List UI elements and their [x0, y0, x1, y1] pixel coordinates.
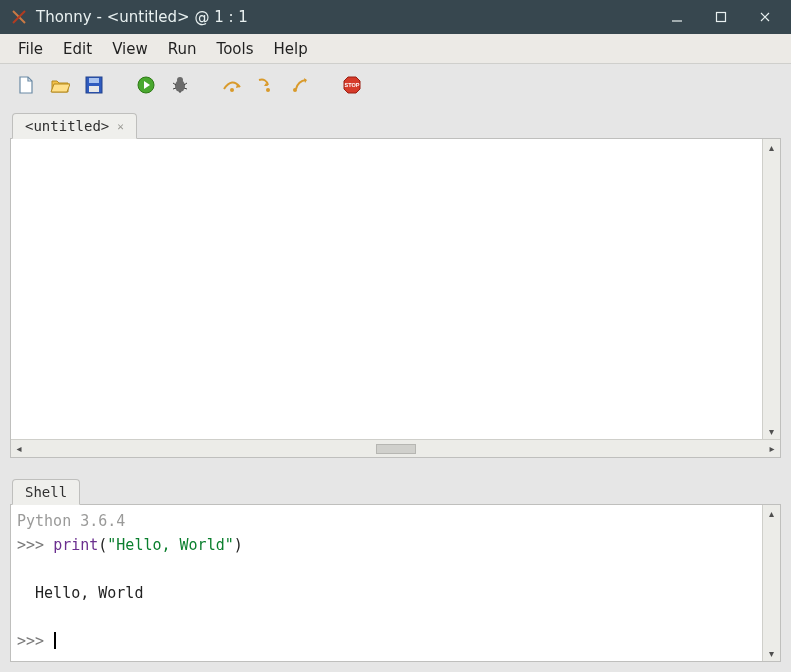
- menu-help[interactable]: Help: [264, 36, 318, 62]
- shell-banner: Python 3.6.4: [17, 512, 125, 530]
- menu-file[interactable]: File: [8, 36, 53, 62]
- close-icon[interactable]: ✕: [117, 121, 124, 132]
- svg-text:STOP: STOP: [345, 82, 360, 88]
- shell-prompt: >>>: [17, 536, 53, 554]
- editor-horizontal-scrollbar[interactable]: ◂ ▸: [11, 439, 780, 457]
- scroll-down-icon[interactable]: ▾: [763, 645, 780, 661]
- editor-tab-label: <untitled>: [25, 118, 109, 134]
- editor-tab-untitled[interactable]: <untitled> ✕: [12, 113, 137, 139]
- editor-tabstrip: <untitled> ✕: [10, 110, 781, 138]
- svg-rect-2: [89, 78, 99, 83]
- shell-input-string: "Hello, World": [107, 536, 233, 554]
- menu-run[interactable]: Run: [158, 36, 207, 62]
- code-editor[interactable]: [11, 139, 762, 439]
- window-titlebar: Thonny - <untitled> @ 1 : 1: [0, 0, 791, 34]
- scroll-left-icon[interactable]: ◂: [11, 440, 27, 457]
- app-icon: [10, 8, 28, 26]
- svg-rect-3: [89, 86, 99, 92]
- menu-edit[interactable]: Edit: [53, 36, 102, 62]
- editor-panel: <untitled> ✕ ▴ ▾ ◂ ▸: [10, 110, 781, 458]
- stop-button[interactable]: STOP: [340, 73, 364, 97]
- menu-bar: File Edit View Run Tools Help: [0, 34, 791, 64]
- debug-button[interactable]: [168, 73, 192, 97]
- window-close-button[interactable]: [743, 0, 787, 34]
- shell-vertical-scrollbar[interactable]: ▴ ▾: [762, 505, 780, 661]
- step-into-button[interactable]: [254, 73, 278, 97]
- svg-point-8: [266, 88, 270, 92]
- window-minimize-button[interactable]: [655, 0, 699, 34]
- shell-stdout: Hello, World: [35, 584, 143, 602]
- menu-tools[interactable]: Tools: [207, 36, 264, 62]
- step-over-button[interactable]: [220, 73, 244, 97]
- open-file-button[interactable]: [48, 73, 72, 97]
- svg-point-6: [177, 77, 183, 83]
- shell-prompt: >>>: [17, 632, 53, 650]
- shell-tab-label: Shell: [25, 484, 67, 500]
- shell-tab[interactable]: Shell: [12, 479, 80, 505]
- window-title: Thonny - <untitled> @ 1 : 1: [36, 8, 248, 26]
- step-out-button[interactable]: [288, 73, 312, 97]
- shell-input-func: print: [53, 536, 98, 554]
- window-maximize-button[interactable]: [699, 0, 743, 34]
- svg-rect-0: [717, 13, 726, 22]
- scroll-up-icon[interactable]: ▴: [763, 139, 780, 155]
- svg-point-7: [230, 88, 234, 92]
- run-button[interactable]: [134, 73, 158, 97]
- menu-view[interactable]: View: [102, 36, 158, 62]
- shell-tabstrip: Shell: [10, 476, 781, 504]
- scroll-right-icon[interactable]: ▸: [764, 440, 780, 457]
- toolbar: STOP: [0, 64, 791, 106]
- new-file-button[interactable]: [14, 73, 38, 97]
- scroll-up-icon[interactable]: ▴: [763, 505, 780, 521]
- scroll-down-icon[interactable]: ▾: [763, 423, 780, 439]
- shell-panel: Shell Python 3.6.4 >>> print("Hello, Wor…: [10, 476, 781, 662]
- svg-point-9: [293, 88, 297, 92]
- shell-output[interactable]: Python 3.6.4 >>> print("Hello, World") H…: [11, 505, 762, 661]
- save-file-button[interactable]: [82, 73, 106, 97]
- text-cursor: [54, 632, 56, 649]
- editor-vertical-scrollbar[interactable]: ▴ ▾: [762, 139, 780, 439]
- scroll-thumb[interactable]: [376, 444, 416, 454]
